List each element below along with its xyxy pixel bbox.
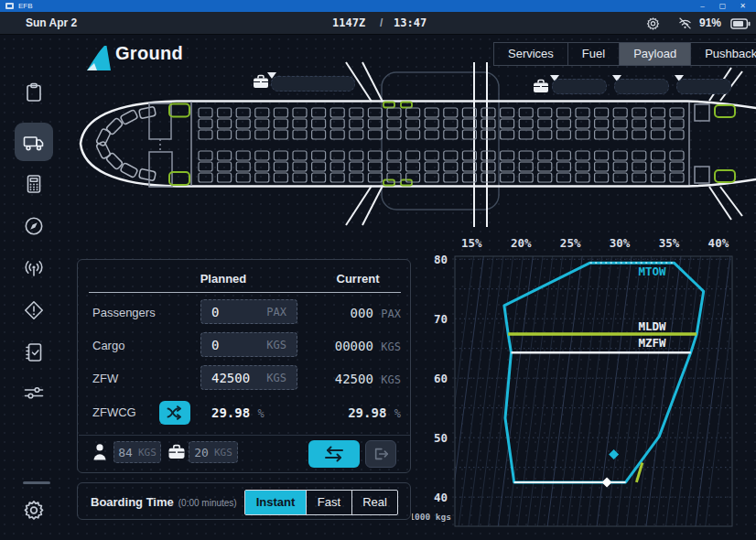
boarding-option-fast[interactable]: Fast (306, 491, 351, 514)
filters-icon (22, 382, 46, 404)
truck-icon (22, 131, 46, 153)
galley-monuments (149, 102, 709, 187)
current-column-header: Current (312, 272, 404, 286)
caution-diamond-icon (23, 299, 45, 321)
zfwcg-current: 29.98 % (312, 405, 401, 420)
clipboard-icon (23, 81, 45, 103)
boarding-time-note: (0:00 minutes) (178, 498, 237, 508)
chart-gridlines (439, 256, 740, 526)
sidebar-item-clipboard[interactable] (15, 73, 53, 112)
planned-column-header: Planned (175, 272, 272, 286)
status-zulu-time: 1147Z (332, 16, 365, 29)
transfer-arrows-icon (322, 445, 346, 463)
limit-label-MLDW: MLDW (639, 319, 667, 333)
row-label-passengers: Passengers (92, 306, 156, 319)
cg-envelope-outline (504, 263, 704, 482)
export-icon (373, 447, 389, 461)
sidebar-item-compass[interactable] (15, 207, 53, 245)
boarding-speed-selector: Instant Fast Real (244, 490, 398, 515)
status-time-divider: / (380, 16, 383, 29)
limit-label-MZFW: MZFW (639, 336, 667, 350)
sidebar-item-filters[interactable] (15, 373, 53, 412)
y-tick-label: 40 (434, 491, 448, 504)
minimize-button[interactable]: – (695, 0, 710, 12)
zfw-input[interactable]: 42500KGS (200, 365, 297, 390)
sidebar-item-radio[interactable] (15, 249, 53, 287)
settings-gear-icon (22, 498, 46, 522)
cargo-current: 00000 KGS (312, 339, 401, 353)
radio-antenna-icon (22, 257, 46, 279)
zfwcg-shuffle-button[interactable] (159, 401, 190, 425)
sidebar-item-ground-services[interactable] (15, 123, 53, 161)
status-local-time: 13:47 (394, 16, 427, 29)
tow-cg-point-marker (609, 449, 619, 459)
app-icon (5, 3, 14, 9)
sidebar-item-checklist[interactable] (15, 333, 53, 372)
boarding-option-real[interactable]: Real (351, 491, 397, 514)
efb-ground-payload-screen: { "window": { "app_title": "EFB", "minim… (0, 0, 756, 540)
x-tick-label: 15% (461, 236, 482, 250)
x-tick-label: 25% (560, 236, 581, 250)
y-tick-label: 70 (434, 312, 448, 326)
calculator-icon (23, 173, 45, 195)
row-label-cargo: Cargo (92, 339, 124, 352)
baggage-icon (167, 444, 186, 459)
sidebar-item-calculator[interactable] (15, 165, 53, 203)
cg-envelope-chart: MTOWMLDWMZFW15%20%25%30%35%40%8070605040… (412, 231, 756, 533)
row-label-zfw: ZFW (92, 372, 118, 385)
zfw-current: 42500 KGS (312, 372, 401, 386)
zfwcg-planned-value: 29.98 % (211, 405, 265, 420)
passengers-current: 000 PAX (312, 306, 401, 320)
passengers-input[interactable]: 0PAX (200, 299, 297, 324)
y-tick-label: 80 (434, 253, 448, 266)
export-loadsheet-button[interactable] (365, 440, 396, 468)
x-tick-label: 30% (610, 236, 631, 250)
compass-icon (23, 215, 45, 237)
limit-label-MTOW: MTOW (639, 265, 667, 278)
form-divider (79, 435, 410, 436)
boarding-time-panel: Boarding Time(0:00 minutes) Instant Fast… (77, 482, 411, 520)
checklist-icon (23, 341, 45, 363)
y-axis-unit-label: x 1000 kgs (412, 512, 451, 522)
wing-edges (346, 62, 487, 227)
aft-cargo-2-input[interactable] (614, 79, 669, 94)
boarding-time-label: Boarding Time(0:00 minutes) (91, 495, 237, 509)
bulk-cargo-input[interactable] (676, 79, 731, 94)
payload-form-panel: Planned Current Passengers 0PAX 000 PAX … (77, 259, 411, 473)
y-tick-label: 50 (434, 431, 448, 445)
battery-percentage: 91% (699, 16, 721, 29)
transfer-payload-button[interactable] (308, 440, 360, 468)
header-rule (89, 292, 401, 293)
x-tick-label: 40% (708, 236, 729, 250)
sidebar-item-settings[interactable] (15, 491, 53, 529)
battery-icon (730, 18, 751, 29)
cockpit-panels (96, 106, 157, 180)
status-date: Sun Apr 2 (26, 16, 77, 29)
bag-weight-input[interactable]: 20KGS (189, 441, 238, 463)
x-tick-label: 20% (511, 236, 532, 250)
briefcase-icon (533, 79, 549, 93)
status-bar: Sun Apr 2 1147Z / 13:47 91% (0, 12, 756, 35)
cargo-input[interactable]: 0KGS (200, 332, 297, 357)
sidebar-divider (23, 481, 50, 484)
x-tick-label: 35% (659, 236, 680, 250)
status-gear-icon[interactable] (645, 16, 661, 31)
close-button[interactable]: ✕ (735, 0, 751, 12)
seat-grid[interactable] (199, 108, 684, 182)
passenger-icon (92, 443, 108, 461)
sidebar-item-caution[interactable] (15, 291, 53, 329)
fwd-cargo-input[interactable] (271, 76, 355, 92)
y-tick-label: 60 (434, 372, 448, 385)
row-label-zfwcg: ZFWCG (92, 405, 136, 419)
maximize-button[interactable]: ▢ (715, 0, 730, 12)
window-title: EFB (18, 0, 33, 12)
shuffle-icon (166, 405, 184, 420)
wifi-off-icon (677, 17, 693, 30)
window-titlebar: EFB – ▢ ✕ (0, 0, 756, 12)
boarding-option-instant[interactable]: Instant (245, 491, 306, 514)
aft-cargo-1-input[interactable] (552, 79, 607, 94)
pax-weight-input[interactable]: 84KGS (113, 441, 161, 463)
